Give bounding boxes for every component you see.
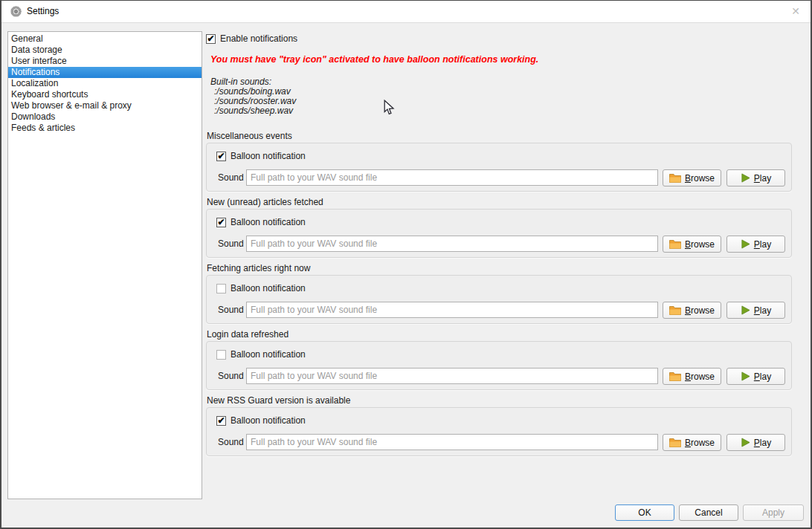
balloon-notification-label: Balloon notification [231,415,306,426]
builtin-sounds-block: Built-in sounds: :/sounds/boing.wav :/so… [210,77,296,116]
section-login-data-refreshed: Login data refreshed Balloon notificatio… [206,330,792,390]
balloon-notification-checkbox[interactable]: Balloon notification [216,283,306,293]
title-bar[interactable]: Settings ✕ [0,0,812,23]
play-icon [741,305,750,315]
sidebar-item-localization[interactable]: Localization [8,78,202,89]
browse-button[interactable]: Browse [663,302,721,319]
sound-label: Sound [218,172,244,183]
sidebar-item-web-browser-email-proxy[interactable]: Web browser & e-mail & proxy [8,100,202,111]
sidebar-item-user-interface[interactable]: User interface [8,56,202,67]
section-new-version-available: New RSS Guard version is available ✔ Bal… [206,396,792,456]
play-button[interactable]: Play [726,169,785,186]
section-title: Login data refreshed [207,330,792,340]
browse-button[interactable]: Browse [663,236,721,253]
section-groupbox: Balloon notification Sound Browse Play [206,275,792,324]
section-title: New RSS Guard version is available [207,396,792,406]
sound-path-input[interactable] [246,169,658,186]
sound-path-input[interactable] [246,236,658,252]
play-button[interactable]: Play [726,434,785,451]
section-groupbox: ✔ Balloon notification Sound Browse Play [206,209,792,258]
section-new-articles-fetched: New (unread) articles fetched ✔ Balloon … [206,198,792,258]
sound-path-input[interactable] [246,302,658,318]
sidebar-item-keyboard-shortcuts[interactable]: Keyboard shortcuts [8,89,202,100]
tray-icon-warning-text: You must have "tray icon" activated to h… [210,54,627,65]
balloon-notification-checkbox[interactable]: ✔ Balloon notification [216,151,306,161]
sidebar-item-feeds-articles[interactable]: Feeds & articles [8,123,202,134]
play-icon [741,239,750,249]
browse-button[interactable]: Browse [663,434,721,451]
sound-path-input[interactable] [246,434,658,450]
play-button[interactable]: Play [726,302,785,319]
balloon-notification-checkbox[interactable]: ✔ Balloon notification [216,415,306,426]
sound-label: Sound [218,371,244,381]
section-fetching-articles: Fetching articles right now Balloon noti… [206,264,792,324]
sound-label: Sound [218,305,244,315]
section-miscellaneous-events: Miscellaneous events ✔ Balloon notificat… [206,132,792,192]
sound-label: Sound [218,238,244,249]
balloon-notification-checkbox[interactable]: Balloon notification [216,349,306,360]
play-button[interactable]: Play [726,368,785,385]
sidebar-item-notifications[interactable]: Notifications [8,67,202,78]
browse-button[interactable]: Browse [663,169,721,186]
section-groupbox: ✔ Balloon notification Sound Browse Play [206,407,792,456]
section-title: Fetching articles right now [207,264,792,273]
checkbox-icon: ✔ [206,34,216,44]
enable-notifications-checkbox[interactable]: ✔ Enable notifications [206,33,297,44]
builtin-sound-file: :/sounds/sheep.wav [210,106,296,116]
play-button[interactable]: Play [726,236,785,253]
checkbox-icon: ✔ [216,218,226,227]
browse-button[interactable]: Browse [663,368,721,385]
folder-icon [669,305,681,315]
play-icon [741,371,750,381]
balloon-notification-label: Balloon notification [231,151,306,161]
folder-icon [669,239,681,249]
mouse-cursor [384,100,395,118]
section-groupbox: ✔ Balloon notification Sound Browse Play [206,143,792,192]
folder-icon [669,438,681,447]
folder-icon [669,173,681,183]
balloon-notification-checkbox[interactable]: ✔ Balloon notification [216,217,306,227]
folder-icon [669,371,681,381]
apply-button: Apply [743,504,804,521]
sidebar-item-general[interactable]: General [8,33,202,45]
window-title: Settings [27,6,59,16]
close-icon[interactable]: ✕ [791,5,800,17]
settings-window: Settings ✕ General Data storage User int… [0,0,812,529]
sound-label: Sound [218,437,244,447]
checkbox-icon: ✔ [216,152,226,161]
play-icon [741,438,750,447]
checkbox-icon: ✔ [216,416,226,426]
checkbox-icon [216,350,226,360]
section-groupbox: Balloon notification Sound Browse Play [206,341,792,390]
enable-notifications-label: Enable notifications [220,33,297,44]
settings-category-list: General Data storage User interface Noti… [7,31,202,499]
balloon-notification-label: Balloon notification [231,349,306,360]
balloon-notification-label: Balloon notification [231,283,306,293]
cancel-button[interactable]: Cancel [679,504,738,521]
sidebar-item-downloads[interactable]: Downloads [8,111,202,123]
ok-button[interactable]: OK [615,504,674,521]
play-icon [741,173,750,183]
balloon-notification-label: Balloon notification [231,217,306,227]
sound-path-input[interactable] [246,368,658,384]
settings-gear-icon [10,6,22,17]
section-title: New (unread) articles fetched [207,198,792,207]
checkbox-icon [216,284,226,293]
sidebar-item-data-storage[interactable]: Data storage [8,45,202,56]
section-title: Miscellaneous events [207,132,792,141]
